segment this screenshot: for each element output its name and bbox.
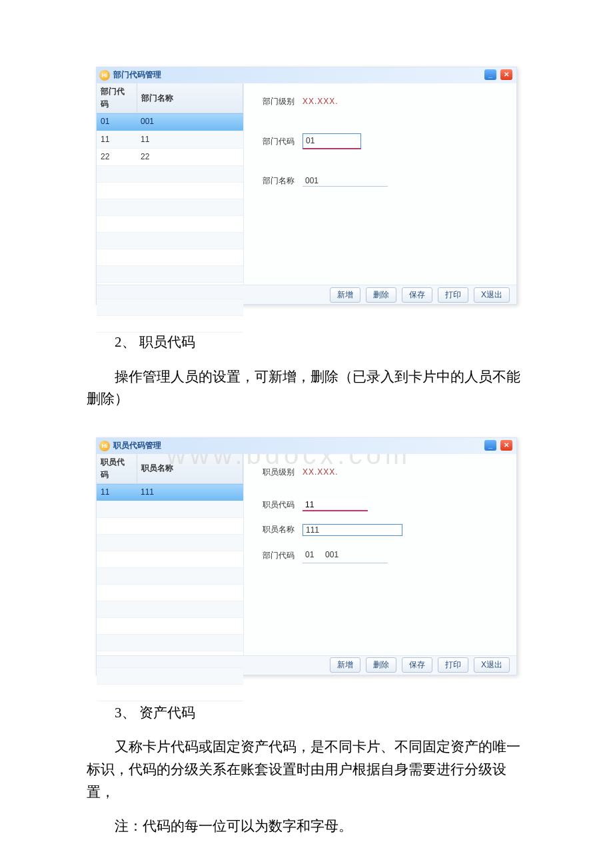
table-row[interactable] (97, 618, 243, 635)
cell-name: 22 (137, 148, 243, 165)
delete-button[interactable]: 删除 (366, 657, 396, 673)
staff-name-input[interactable] (303, 524, 402, 536)
cell-name (137, 282, 243, 299)
print-button[interactable]: 打印 (438, 657, 468, 673)
dept-code-input[interactable]: 01 (303, 133, 361, 149)
delete-button[interactable]: 删除 (366, 287, 396, 303)
table-row[interactable] (97, 551, 243, 568)
staff-table-panel: 职员代码 职员名称 11111 (97, 454, 244, 655)
cell-code (97, 601, 137, 618)
cell-name (137, 668, 243, 685)
cell-name (137, 232, 243, 249)
close-button[interactable]: ✕ (500, 69, 512, 80)
table-row[interactable] (97, 249, 243, 265)
titlebar: Hi 部门代码管理 _ ✕ (97, 67, 516, 83)
staff-code-label: 职员代码 (263, 499, 303, 511)
cell-code: 01 (97, 113, 137, 131)
cell-name (137, 315, 243, 332)
table-row[interactable] (97, 668, 243, 685)
section-note-3: 注：代码的每一位可以为数字和字母。 (87, 815, 526, 838)
table-row[interactable] (97, 685, 243, 701)
cell-name (137, 518, 243, 535)
cell-code: 11 (97, 131, 137, 148)
titlebar: Hi 职员代码管理 _ ✕ (97, 438, 516, 454)
table-row[interactable] (97, 501, 243, 518)
cell-code (97, 568, 137, 585)
table-row[interactable] (97, 299, 243, 315)
dept-code-window: Hi 部门代码管理 _ ✕ 部门代码 部门名称 0100111112222 (96, 67, 517, 305)
table-row[interactable] (97, 651, 243, 668)
table-row[interactable] (97, 232, 243, 249)
table-row[interactable] (97, 165, 243, 182)
add-button[interactable]: 新增 (330, 657, 360, 673)
cell-code (97, 651, 137, 668)
table-row[interactable] (97, 518, 243, 535)
table-row[interactable] (97, 199, 243, 215)
staff-table[interactable]: 职员代码 职员名称 11111 (97, 454, 243, 702)
add-button[interactable]: 新增 (330, 287, 360, 303)
hi-icon: Hi (99, 441, 110, 451)
table-row[interactable] (97, 215, 243, 232)
staff-dept-code: 01 (305, 550, 314, 559)
cell-name (137, 182, 243, 199)
table-row[interactable] (97, 635, 243, 651)
cell-name (137, 685, 243, 701)
col-name-header: 职员名称 (137, 454, 243, 484)
minimize-button[interactable]: _ (484, 69, 496, 80)
table-row[interactable] (97, 265, 243, 282)
dept-table[interactable]: 部门代码 部门名称 0100111112222 (97, 83, 243, 333)
cell-code (97, 232, 137, 249)
save-button[interactable]: 保存 (402, 287, 432, 303)
cell-name: 11 (137, 131, 243, 148)
dept-level-value: XX.XXX. (303, 95, 338, 108)
cell-code (97, 685, 137, 701)
table-row[interactable] (97, 585, 243, 601)
cell-name (137, 249, 243, 265)
section-heading-3: 3、 资产代码 (87, 702, 526, 725)
staff-dept-value[interactable]: 01 001 (303, 548, 388, 563)
cell-name (137, 601, 243, 618)
cell-name (137, 265, 243, 282)
table-row[interactable]: 01001 (97, 113, 243, 131)
cell-code (97, 501, 137, 518)
close-button[interactable]: ✕ (500, 440, 512, 451)
exit-button[interactable]: X退出 (474, 657, 510, 673)
table-row[interactable] (97, 568, 243, 585)
table-row[interactable] (97, 535, 243, 551)
dept-level-label: 部门级别 (263, 95, 303, 108)
table-row[interactable] (97, 282, 243, 299)
print-button[interactable]: 打印 (438, 287, 468, 303)
cell-code (97, 182, 137, 199)
col-code-header: 部门代码 (97, 83, 137, 113)
cell-code (97, 299, 137, 315)
table-row[interactable]: 11111 (97, 484, 243, 501)
exit-button[interactable]: X退出 (474, 287, 510, 303)
table-row[interactable] (97, 182, 243, 199)
cell-code: 11 (97, 484, 137, 501)
cell-code (97, 535, 137, 551)
save-button[interactable]: 保存 (402, 657, 432, 673)
table-row[interactable] (97, 601, 243, 618)
dept-form-panel: 部门级别 XX.XXX. 部门代码 01 部门名称 (244, 83, 516, 285)
table-row[interactable] (97, 315, 243, 332)
cell-code (97, 551, 137, 568)
cell-code (97, 215, 137, 232)
cell-name (137, 651, 243, 668)
cell-code (97, 315, 137, 332)
table-row[interactable]: 2222 (97, 148, 243, 165)
cell-code (97, 635, 137, 651)
cell-code: 22 (97, 148, 137, 165)
minimize-button[interactable]: _ (484, 440, 496, 451)
window-title: 部门代码管理 (113, 69, 161, 81)
table-row[interactable]: 1111 (97, 131, 243, 148)
cell-name (137, 585, 243, 601)
hi-icon: Hi (99, 70, 110, 81)
staff-form-panel: 职员级别 XX.XXX. 职员代码 职员名称 部门代码 01 (244, 454, 516, 655)
dept-name-label: 部门名称 (263, 175, 303, 187)
staff-dept-name: 001 (325, 550, 338, 559)
section-para-3: 又称卡片代码或固定资产代码，是不同卡片、不同固定资产的唯一标识，代码的分级关系在… (87, 736, 526, 803)
dept-name-input[interactable] (303, 175, 388, 187)
col-code-header: 职员代码 (97, 454, 137, 484)
cell-name (137, 215, 243, 232)
staff-code-input[interactable] (303, 499, 368, 511)
